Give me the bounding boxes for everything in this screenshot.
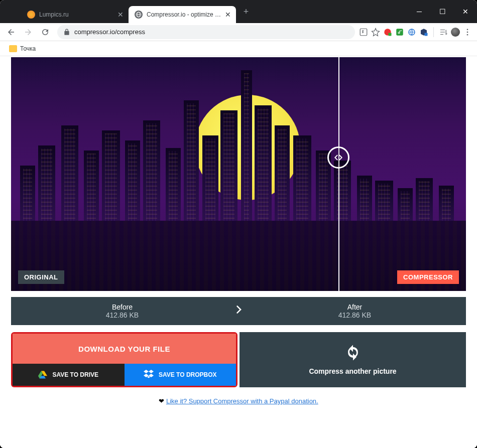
svg-point-9 bbox=[467, 29, 468, 30]
window-controls: ─ ☐ ✕ bbox=[408, 0, 477, 23]
translate-icon[interactable] bbox=[359, 28, 368, 37]
close-tab-icon[interactable]: ✕ bbox=[116, 11, 125, 19]
forward-button[interactable] bbox=[20, 24, 36, 40]
tab-title: Compressor.io - optimize and co bbox=[147, 11, 222, 18]
original-label: ORIGINAL bbox=[18, 270, 64, 284]
page-content[interactable]: ORIGINAL COMPRESSOR Before 412.86 KB Aft… bbox=[0, 56, 477, 448]
address-bar[interactable] bbox=[57, 25, 355, 39]
tab-compressor[interactable]: Compressor.io - optimize and co ✕ bbox=[129, 6, 236, 23]
download-button[interactable]: DOWNLOAD YOUR FILE bbox=[13, 334, 236, 364]
download-label: DOWNLOAD YOUR FILE bbox=[78, 345, 170, 353]
folder-icon bbox=[9, 45, 17, 52]
save-to-dropbox-button[interactable]: SAVE TO DROPBOX bbox=[125, 364, 236, 386]
media-icon[interactable] bbox=[439, 28, 448, 37]
compress-another-label: Compress another picture bbox=[309, 367, 396, 375]
browser-window: Lumpics.ru ✕ Compressor.io - optimize an… bbox=[0, 0, 477, 448]
page-body: ORIGINAL COMPRESSOR Before 412.86 KB Aft… bbox=[0, 56, 477, 448]
tab-strip: Lumpics.ru ✕ Compressor.io - optimize an… bbox=[0, 0, 253, 23]
tab-lumpics[interactable]: Lumpics.ru ✕ bbox=[21, 6, 129, 23]
action-row: DOWNLOAD YOUR FILE SAVE TO DRIVE bbox=[11, 332, 466, 387]
slider-handle[interactable] bbox=[327, 146, 349, 169]
url-input[interactable] bbox=[74, 28, 349, 36]
donate-link[interactable]: Like it? Support Compressor with a Paypa… bbox=[166, 397, 318, 405]
close-window-button[interactable]: ✕ bbox=[454, 0, 477, 23]
compress-another-button[interactable]: Compress another picture bbox=[240, 332, 466, 387]
close-tab-icon[interactable]: ✕ bbox=[224, 11, 232, 19]
separator bbox=[433, 27, 434, 37]
google-drive-icon bbox=[38, 371, 47, 379]
svg-rect-5 bbox=[389, 33, 392, 36]
slider-divider[interactable] bbox=[338, 57, 339, 291]
ext-red-icon[interactable] bbox=[383, 28, 392, 37]
before-label: Before bbox=[11, 303, 233, 311]
bookmark-label: Точка bbox=[20, 45, 36, 52]
compressor-label: COMPRESSOR bbox=[397, 270, 459, 284]
menu-icon[interactable] bbox=[463, 28, 472, 37]
tab-title: Lumpics.ru bbox=[39, 11, 114, 18]
reload-button[interactable] bbox=[37, 24, 53, 40]
stats-bar: Before 412.86 KB After 412.86 KB bbox=[11, 297, 466, 325]
chevron-right-icon bbox=[233, 305, 244, 318]
titlebar: Lumpics.ru ✕ Compressor.io - optimize an… bbox=[0, 0, 477, 23]
after-label: After bbox=[244, 303, 466, 311]
svg-point-11 bbox=[467, 34, 468, 35]
heart-icon: ❤ bbox=[159, 397, 164, 405]
svg-point-10 bbox=[467, 31, 468, 33]
extension-icons bbox=[359, 27, 474, 37]
star-icon[interactable] bbox=[371, 28, 380, 37]
minimize-button[interactable]: ─ bbox=[408, 0, 431, 23]
after-value: 412.86 KB bbox=[244, 311, 466, 319]
ext-cube-icon[interactable] bbox=[419, 28, 428, 37]
ext-music-icon[interactable] bbox=[395, 28, 404, 37]
save-to-drive-button[interactable]: SAVE TO DRIVE bbox=[13, 364, 125, 386]
refresh-icon bbox=[344, 344, 362, 363]
lock-icon bbox=[63, 29, 70, 36]
before-stat: Before 412.86 KB bbox=[11, 303, 233, 319]
drive-label: SAVE TO DRIVE bbox=[52, 371, 98, 378]
dropbox-label: SAVE TO DROPBOX bbox=[159, 371, 217, 378]
bookmarks-bar: Точка bbox=[0, 41, 477, 56]
dropbox-icon bbox=[144, 370, 154, 380]
comparison-slider[interactable]: ORIGINAL COMPRESSOR bbox=[11, 57, 466, 291]
before-value: 412.86 KB bbox=[11, 311, 233, 319]
image-skyline bbox=[11, 105, 466, 226]
ext-globe-icon[interactable] bbox=[407, 28, 416, 37]
new-tab-button[interactable]: + bbox=[239, 5, 253, 19]
avatar-icon[interactable] bbox=[451, 28, 460, 37]
toolbar bbox=[0, 23, 477, 41]
bookmark-folder[interactable]: Точка bbox=[6, 43, 39, 54]
favicon-globe bbox=[135, 11, 143, 19]
favicon-lumpics bbox=[27, 11, 35, 19]
svg-rect-8 bbox=[425, 33, 428, 36]
after-stat: After 412.86 KB bbox=[244, 303, 466, 319]
maximize-button[interactable]: ☐ bbox=[431, 0, 454, 23]
donate-line: ❤ Like it? Support Compressor with a Pay… bbox=[11, 397, 466, 405]
left-actions-highlighted: DOWNLOAD YOUR FILE SAVE TO DRIVE bbox=[11, 332, 237, 387]
back-button[interactable] bbox=[3, 24, 19, 40]
